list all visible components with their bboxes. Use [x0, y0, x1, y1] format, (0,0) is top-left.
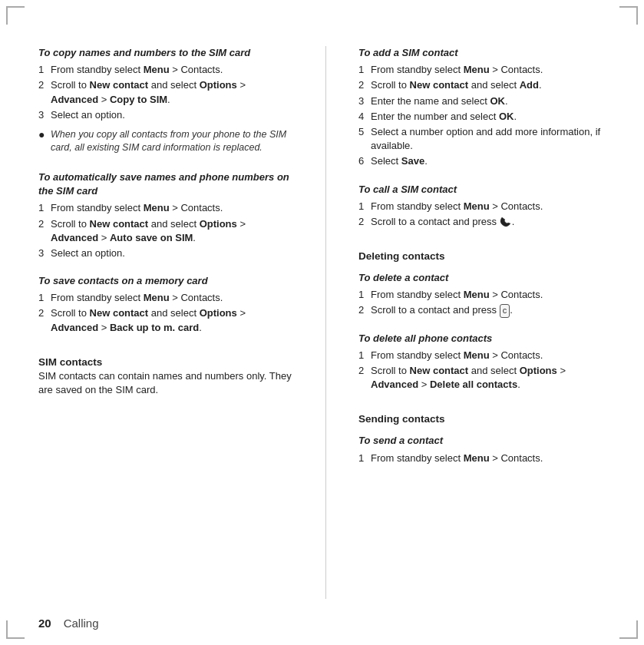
corner-mark-tr: [619, 6, 638, 25]
step-number: 1: [38, 63, 51, 77]
step-text: Scroll to a contact and press c.: [371, 303, 613, 317]
step-item: 2 Scroll to New contact and select Add.: [358, 78, 613, 92]
section-call-sim: To call a SIM contact 1 From standby sel…: [358, 183, 613, 236]
add-sim-title: To add a SIM contact: [358, 46, 613, 60]
sim-contacts-body: SIM contacts can contain names and numbe…: [38, 369, 293, 397]
step-number: 5: [358, 125, 371, 153]
section-delete-all: To delete all phone contacts 1 From stan…: [358, 332, 613, 399]
step-text: From standby select Menu > Contacts.: [51, 63, 293, 77]
step-text: Select an option.: [51, 108, 293, 122]
step-text: From standby select Menu > Contacts.: [51, 201, 293, 215]
section-add-sim: To add a SIM contact 1 From standby sele…: [358, 46, 613, 175]
section-send-contact: To send a contact 1 From standby select …: [358, 434, 613, 471]
step-item: 3 Select an option.: [38, 108, 293, 122]
step-item: 1 From standby select Menu > Contacts.: [358, 452, 613, 465]
step-text: Scroll to New contact and select Options…: [51, 217, 293, 245]
section-copy-names: To copy names and numbers to the SIM car…: [38, 46, 293, 163]
step-item: 2 Scroll to a contact and press c.: [358, 303, 613, 317]
call-sim-title: To call a SIM contact: [358, 183, 613, 197]
main-content: To copy names and numbers to the SIM car…: [38, 46, 613, 599]
warning-icon: ●: [38, 128, 51, 141]
auto-save-steps: 1 From standby select Menu > Contacts. 2…: [38, 201, 293, 260]
step-text: Enter the number and select OK.: [371, 110, 613, 124]
send-contact-steps: 1 From standby select Menu > Contacts.: [358, 452, 613, 465]
step-item: 6 Select Save.: [358, 154, 613, 168]
warning-text: When you copy all contacts from your pho…: [51, 128, 293, 155]
step-item: 1 From standby select Menu > Contacts.: [358, 288, 613, 302]
step-number: 6: [358, 154, 371, 168]
delete-all-steps: 1 From standby select Menu > Contacts. 2…: [358, 349, 613, 392]
section-auto-save: To automatically save names and phone nu…: [38, 170, 293, 266]
add-sim-steps: 1 From standby select Menu > Contacts. 2…: [358, 63, 613, 168]
step-number: 1: [38, 201, 51, 215]
left-column: To copy names and numbers to the SIM car…: [38, 46, 293, 599]
step-item: 3 Select an option.: [38, 246, 293, 260]
step-item: 1 From standby select Menu > Contacts.: [38, 63, 293, 77]
column-divider: [325, 46, 326, 599]
corner-mark-br: [619, 620, 638, 639]
step-item: 2 Scroll to a contact and press .: [358, 215, 613, 229]
footer-label: Calling: [64, 617, 99, 630]
step-number: 2: [38, 306, 51, 334]
delete-contact-title: To delete a contact: [358, 271, 613, 285]
step-number: 1: [358, 200, 371, 213]
step-item: 1 From standby select Menu > Contacts.: [358, 63, 613, 77]
step-text: From standby select Menu > Contacts.: [371, 63, 613, 77]
step-text: Enter the name and select OK.: [371, 94, 613, 108]
step-item: 3 Enter the name and select OK.: [358, 94, 613, 108]
step-number: 1: [358, 63, 371, 77]
step-item: 2 Scroll to New contact and select Optio…: [38, 306, 293, 334]
corner-mark-bl: [6, 620, 25, 639]
step-item: 4 Enter the number and select OK.: [358, 110, 613, 124]
step-number: 1: [358, 288, 371, 302]
section-deleting: Deleting contacts: [358, 243, 613, 263]
section-save-memory: To save contacts on a memory card 1 From…: [38, 274, 293, 341]
auto-save-title: To automatically save names and phone nu…: [38, 170, 293, 198]
step-text: Scroll to New contact and select Add.: [371, 78, 613, 92]
step-text: Scroll to New contact and select Options…: [51, 306, 293, 334]
step-text: Select an option.: [51, 246, 293, 260]
warning-block: ● When you copy all contacts from your p…: [38, 128, 293, 155]
page: To copy names and numbers to the SIM car…: [0, 0, 644, 645]
step-number: 1: [358, 349, 371, 362]
send-contact-title: To send a contact: [358, 434, 613, 448]
step-number: 2: [38, 217, 51, 245]
step-text: Scroll to a contact and press .: [371, 215, 613, 229]
step-item: 1 From standby select Menu > Contacts.: [358, 349, 613, 362]
step-item: 2 Scroll to New contact and select Optio…: [358, 364, 613, 392]
section-sim-contacts: SIM contacts SIM contacts can contain na…: [38, 349, 293, 397]
corner-mark-tl: [6, 6, 25, 25]
step-text: Scroll to New contact and select Options…: [51, 78, 293, 106]
copy-names-steps: 1 From standby select Menu > Contacts. 2…: [38, 63, 293, 122]
step-text: From standby select Menu > Contacts.: [371, 452, 613, 465]
step-text: From standby select Menu > Contacts.: [371, 200, 613, 213]
save-memory-title: To save contacts on a memory card: [38, 274, 293, 288]
step-text: Scroll to New contact and select Options…: [371, 364, 613, 392]
delete-all-title: To delete all phone contacts: [358, 332, 613, 346]
sim-contacts-heading: SIM contacts: [38, 356, 293, 368]
sending-heading: Sending contacts: [358, 413, 613, 425]
save-memory-steps: 1 From standby select Menu > Contacts. 2…: [38, 291, 293, 335]
step-number: 3: [38, 108, 51, 122]
step-item: 2 Scroll to New contact and select Optio…: [38, 78, 293, 106]
page-footer: 20 Calling: [38, 617, 99, 630]
step-number: 3: [358, 94, 371, 108]
step-number: 1: [38, 291, 51, 305]
section-delete-contact: To delete a contact 1 From standby selec…: [358, 271, 613, 324]
step-item: 1 From standby select Menu > Contacts.: [38, 291, 293, 305]
step-number: 2: [38, 78, 51, 106]
step-number: 1: [358, 452, 371, 465]
step-item: 1 From standby select Menu > Contacts.: [358, 200, 613, 213]
right-column: To add a SIM contact 1 From standby sele…: [358, 46, 613, 599]
page-number: 20: [38, 617, 51, 630]
call-sim-steps: 1 From standby select Menu > Contacts. 2…: [358, 200, 613, 229]
section-sending: Sending contacts: [358, 405, 613, 426]
step-text: Select Save.: [371, 154, 613, 168]
step-number: 2: [358, 364, 371, 392]
step-text: Select a number option and add more info…: [371, 125, 613, 153]
step-number: 2: [358, 215, 371, 229]
copy-names-title: To copy names and numbers to the SIM car…: [38, 46, 293, 60]
step-item: 5 Select a number option and add more in…: [358, 125, 613, 153]
step-text: From standby select Menu > Contacts.: [371, 349, 613, 362]
step-text: From standby select Menu > Contacts.: [371, 288, 613, 302]
